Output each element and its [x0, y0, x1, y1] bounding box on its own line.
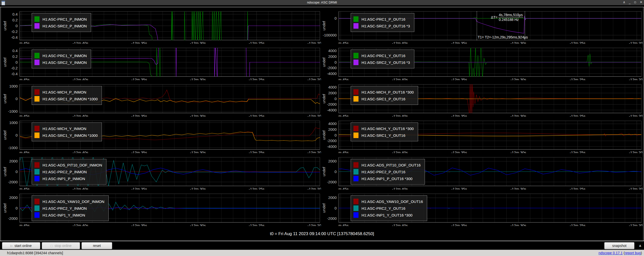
- legend-entry: H1:ASC-PRC1_Y_OUT16: [353, 53, 410, 58]
- channel-name: H1:ASC-INP1_P_OUT16 *300: [361, 177, 413, 181]
- delta-t-freq: 0.245188 Hz: [498, 17, 523, 22]
- channel-color-swatch: [353, 96, 358, 102]
- legend-entry: H1:ASC-SRC2_Y_INMON: [34, 60, 87, 65]
- channel-color-swatch: [34, 133, 39, 138]
- legend-entry: H1:ASC-INP1_Y_OUT16 *300: [353, 212, 423, 218]
- channel-color-swatch: [353, 126, 358, 131]
- legend-entry: H1:ASC-SRC2_Y_OUT16 *3: [353, 60, 410, 65]
- channel-name: H1:ASC-PRC2_Y_INMON: [43, 206, 87, 210]
- channel-color-swatch: [34, 96, 39, 102]
- channel-color-swatch: [353, 199, 358, 204]
- channel-name: H1:ASC-INP1_Y_OUT16 *300: [361, 213, 413, 217]
- version-links: ndscope 0.17.1 (report bug): [598, 251, 642, 255]
- channel-color-swatch: [353, 162, 358, 168]
- channel-name: H1:ASC-SRC1_P_INMON *1000: [43, 97, 98, 101]
- start-online-button[interactable]: ▷ start online: [2, 242, 40, 249]
- channel-color-swatch: [353, 133, 358, 138]
- channel-color-swatch: [34, 212, 39, 218]
- y-tick-label: 0: [2, 169, 18, 174]
- legend-entry: H1:ASC-SRC1_Y_OUT16: [353, 133, 414, 138]
- channel-name: H1:ASC-PRC2_P_OUT16: [361, 170, 405, 174]
- scroll-up-icon[interactable]: ▲: [638, 243, 642, 247]
- plot-cell-mich-src1-y-out16: undef400020000-2000-4000-12m,45s-12m,40s…: [321, 116, 642, 153]
- legend-entry: H1:ASC-ADS_PIT10_DOF_OUT16: [353, 162, 421, 168]
- channel-color-swatch: [34, 89, 39, 95]
- legend-entry: H1:ASC-SRC1_Y_INMON *1000: [34, 133, 98, 138]
- channel-name: H1:ASC-SRC2_P_OUT16 *3: [361, 24, 410, 28]
- plot-legend: H1:ASC-MICH_P_INMONH1:ASC-SRC1_P_INMON *…: [32, 86, 102, 105]
- y-tick-label: 4000: [321, 85, 337, 89]
- plot-legend: H1:ASC-MICH_Y_INMONH1:ASC-SRC1_Y_INMON *…: [32, 122, 102, 141]
- title-bar[interactable]: ndscope: ASC DRMI ∧ _ ▫ ✕: [0, 0, 644, 5]
- channel-color-swatch: [353, 212, 358, 218]
- channel-name: H1:ASC-ADS_YAW10_DOF_INMON: [43, 199, 104, 204]
- y-tick-label: -1000: [2, 109, 18, 113]
- stop-online-button: ▢ stop online: [42, 242, 80, 249]
- channel-name: H1:ASC-INP1_Y_INMON: [43, 213, 85, 217]
- maximize-window-icon[interactable]: ▫: [634, 0, 636, 4]
- channel-name: H1:ASC-PRC2_Y_OUT16: [361, 206, 405, 210]
- y-tick-label: -2000: [321, 216, 337, 221]
- delta-t-value: 4s,78ms,510µs: [498, 13, 523, 17]
- shade-window-icon[interactable]: ∧: [623, 0, 625, 4]
- plot-legend: H1:ASC-ADS_PIT10_DOF_OUT16H1:ASC-PRC2_P_…: [351, 159, 425, 185]
- x-tick-label: -12m,20s: [629, 223, 642, 226]
- channel-color-swatch: [34, 126, 39, 131]
- channel-color-swatch: [353, 89, 358, 95]
- legend-entry: H1:ASC-INP1_P_OUT16 *300: [353, 176, 421, 181]
- plot-legend: H1:ASC-PRC1_Y_INMONH1:ASC-SRC2_Y_INMON: [32, 50, 91, 68]
- channel-color-swatch: [353, 169, 358, 175]
- plot-cell-mich-src1-y-inmon: undef10000-1000-12m,45s-12m,40s-12m,35s-…: [2, 116, 321, 153]
- x-tick-label: -12m,35s: [131, 223, 147, 226]
- snapshot-button[interactable]: snapshot: [604, 242, 634, 249]
- channel-name: H1:ASC-MICH_Y_OUT16 *300: [361, 126, 414, 131]
- legend-entry: H1:ASC-ADS_YAW10_DOF_OUT16: [353, 199, 423, 204]
- plot-cell-prc1-src2-y-inmon: undef0.40.20-0.2-0.4-12m,45s-12m,40s-12m…: [2, 43, 321, 80]
- y-tick-label: 0: [321, 60, 337, 64]
- x-tick-label: -12m,25s: [570, 223, 586, 226]
- x-tick-label: -12m,40s: [392, 223, 408, 226]
- close-window-icon[interactable]: ✕: [640, 0, 642, 4]
- reset-button[interactable]: reset: [82, 242, 112, 249]
- legend-entry: H1:ASC-SRC1_P_OUT16: [353, 96, 414, 102]
- ndscope-version-link[interactable]: ndscope 0.17.1: [598, 251, 623, 255]
- legend-entry: H1:ASC-SRC2_P_INMON: [34, 23, 87, 29]
- legend-entry: H1:ASC-PRC2_Y_INMON: [34, 205, 104, 211]
- y-tick-label: 2000: [321, 195, 337, 200]
- y-tick-label: 0: [2, 206, 18, 210]
- minimize-window-icon[interactable]: _: [629, 0, 631, 4]
- legend-entry: H1:ASC-PRC1_P_OUT16: [353, 16, 410, 22]
- toolbar: ▷ start online ▢ stop online reset snaps…: [0, 241, 644, 250]
- y-tick-label: 0: [2, 97, 18, 101]
- plot-cell-mich-src1-p-out16: undef400020000-2000-4000-12m,45s-12m,40s…: [321, 79, 642, 117]
- x-axis-labels: -12m,45s-12m,40s-12m,35s-12m,30s-12m,25s…: [339, 223, 642, 226]
- y-tick-label: -0.2: [2, 29, 18, 34]
- report-bug-link[interactable]: report bug: [625, 251, 641, 255]
- y-tick-label: 2000: [2, 159, 18, 163]
- channel-name: H1:ASC-SRC2_Y_INMON: [43, 60, 87, 65]
- channel-color-swatch: [34, 205, 39, 211]
- y-tick-label: 2000: [2, 195, 18, 200]
- channel-color-swatch: [34, 162, 39, 168]
- plot-cell-prc1-src2-y-out16: undef400020000-2000-4000-12m,45s-12m,40s…: [321, 43, 642, 80]
- channel-name: H1:ASC-PRC1_Y_OUT16: [361, 54, 405, 58]
- y-tick-label: 0: [2, 60, 18, 64]
- stop-icon: ▢: [50, 244, 53, 247]
- legend-entry: H1:ASC-PRC1_Y_INMON: [34, 53, 87, 58]
- channel-name: H1:ASC-PRC2_P_INMON: [43, 170, 87, 174]
- channel-name: H1:ASC-SRC2_P_INMON: [43, 24, 87, 28]
- channel-color-swatch: [353, 23, 358, 29]
- channel-name: H1:ASC-PRC1_P_INMON: [43, 17, 87, 21]
- plot-legend: H1:ASC-PRC1_P_INMONH1:ASC-SRC2_P_INMON: [32, 13, 91, 32]
- y-tick-label: 0: [321, 97, 337, 101]
- plot-legend: H1:ASC-ADS_PIT10_DOF_INMONH1:ASC-PRC2_P_…: [32, 159, 106, 185]
- play-icon: ▷: [11, 244, 13, 247]
- y-tick-label: 0: [2, 24, 18, 28]
- y-tick-label: 0.2: [2, 54, 18, 59]
- plot-legend: H1:ASC-ADS_YAW10_DOF_OUT16H1:ASC-PRC2_Y_…: [351, 195, 427, 221]
- channel-name: H1:ASC-INP1_P_INMON: [43, 177, 85, 181]
- channel-color-swatch: [34, 176, 39, 181]
- channel-name: H1:ASC-SRC1_Y_INMON *1000: [43, 133, 98, 138]
- t1-cursor[interactable]: [477, 11, 477, 40]
- plot-legend: H1:ASC-PRC1_Y_OUT16H1:ASC-SRC2_Y_OUT16 *…: [351, 50, 414, 68]
